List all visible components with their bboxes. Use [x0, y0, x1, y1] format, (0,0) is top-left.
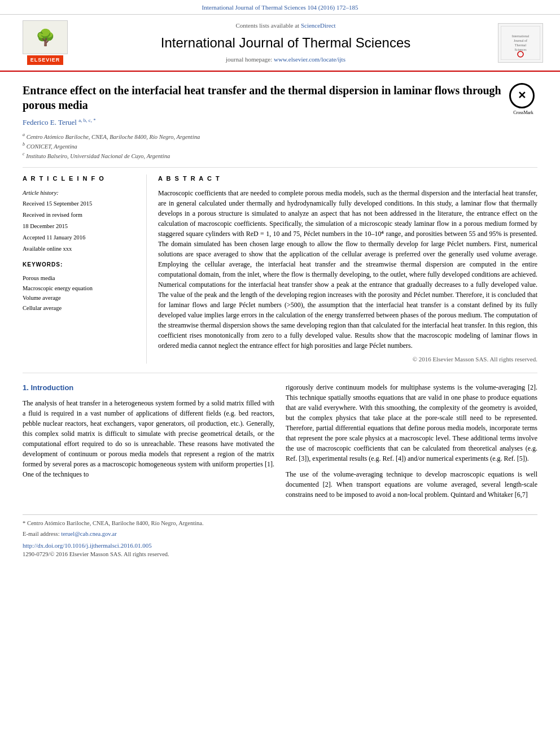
journal-reference-bar: International Journal of Thermal Science…	[0, 0, 560, 15]
intro-col2-p2: The use of the volume-averaging techniqu…	[286, 469, 537, 500]
email-link[interactable]: teruel@cab.cnea.gov.ar	[61, 531, 116, 537]
keyword-3: Cellular average	[23, 303, 137, 313]
article-info-abstract-section: A R T I C L E I N F O Article history: R…	[23, 174, 537, 373]
right-logo-box: International Journal of Thermal Science…	[498, 23, 543, 63]
keywords-section: Keywords: Porous media Macroscopic energ…	[23, 261, 137, 313]
article-authors: Federico E. Teruel a, b, c, *	[23, 117, 504, 128]
abstract-paragraph: Macroscopic coefficients that are needed…	[158, 188, 537, 351]
intro-col2-p1: rigorously derive continuum models for m…	[286, 382, 537, 464]
article-info-heading: A R T I C L E I N F O	[23, 174, 137, 183]
journal-reference: International Journal of Thermal Science…	[202, 4, 358, 11]
article-title-section: Entrance effect on the interfacial heat …	[23, 83, 537, 168]
body-column-left: 1. Introduction The analysis of heat tra…	[23, 382, 274, 505]
history-item-3: Accepted 11 January 2016	[23, 233, 137, 243]
keyword-1: Macroscopic energy equation	[23, 283, 137, 294]
author-name: Federico E. Teruel	[23, 118, 77, 126]
history-item-0: Received 15 September 2015	[23, 199, 137, 209]
history-heading: Article history:	[23, 188, 137, 198]
affiliation-b: b CONICET, Argentina	[23, 141, 504, 151]
svg-text:International: International	[512, 34, 530, 38]
history-item-2: 18 December 2015	[23, 221, 137, 231]
email-label: E-mail address:	[23, 531, 60, 537]
body-content: 1. Introduction The analysis of heat tra…	[23, 382, 537, 505]
affiliation-a: a Centro Atómico Bariloche, CNEA, Barilo…	[23, 132, 504, 141]
author-sup: a, b, c, *	[78, 117, 96, 123]
contents-line: Contents lists available at ScienceDirec…	[90, 21, 481, 30]
affiliation-c: c Instituto Balseiro, Universidad Nacion…	[23, 151, 504, 160]
intro-heading: 1. Introduction	[23, 382, 274, 394]
footnote-star-text: * Centro Atómico Bariloche, CNEA, Barilo…	[23, 519, 537, 528]
homepage-link[interactable]: www.elsevier.com/locate/ijts	[274, 56, 345, 63]
keyword-0: Porous media	[23, 273, 137, 283]
affiliations: a Centro Atómico Bariloche, CNEA, Barilo…	[23, 132, 504, 161]
issn-line: 1290-0729/© 2016 Elsevier Masson SAS. Al…	[23, 551, 537, 559]
abstract-heading: A B S T R A C T	[158, 174, 537, 183]
svg-rect-0	[501, 26, 540, 60]
elsevier-logo: 🌳 ELSEVIER	[23, 20, 68, 65]
elsevier-logo-area: 🌳 ELSEVIER	[11, 20, 79, 65]
elsevier-badge: ELSEVIER	[27, 55, 64, 65]
contents-text: Contents lists available at	[235, 22, 299, 29]
homepage-label: journal homepage:	[226, 56, 272, 63]
crossmark-label: CrossMark	[509, 110, 537, 116]
body-column-right: rigorously derive continuum models for m…	[286, 382, 537, 505]
sciencedirect-link[interactable]: ScienceDirect	[301, 22, 336, 29]
article-title: Entrance effect on the interfacial heat …	[23, 83, 504, 112]
svg-text:Sciences: Sciences	[515, 48, 527, 51]
journal-homepage: journal homepage: www.elsevier.com/locat…	[90, 55, 481, 64]
footnote-section: * Centro Atómico Bariloche, CNEA, Barilo…	[23, 514, 537, 558]
right-logo-svg: International Journal of Thermal Science…	[501, 26, 540, 60]
svg-text:Thermal: Thermal	[515, 43, 527, 47]
journal-title-area: Contents lists available at ScienceDirec…	[79, 21, 492, 64]
journal-main-title: International Journal of Thermal Science…	[90, 33, 481, 53]
footnote-email: E-mail address: teruel@cab.cnea.gov.ar	[23, 530, 537, 539]
svg-text:Journal of: Journal of	[514, 39, 527, 42]
keyword-2: Volume average	[23, 293, 137, 303]
article-info-column: A R T I C L E I N F O Article history: R…	[23, 174, 147, 364]
journal-header: 🌳 ELSEVIER Contents lists available at S…	[0, 15, 560, 72]
article-title-text: Entrance effect on the interfacial heat …	[23, 83, 504, 160]
history-item-1: Received in revised form	[23, 210, 137, 220]
elsevier-tree-icon: 🌳	[23, 20, 68, 54]
history-item-4: Available online xxx	[23, 244, 137, 254]
journal-logo-right: International Journal of Thermal Science…	[492, 23, 549, 63]
abstract-text: Macroscopic coefficients that are needed…	[158, 188, 537, 351]
doi-link[interactable]: http://dx.doi.org/10.1016/j.ijthermalsci…	[23, 542, 152, 549]
doi-line: http://dx.doi.org/10.1016/j.ijthermalsci…	[23, 541, 537, 550]
keywords-list: Porous media Macroscopic energy equation…	[23, 273, 137, 313]
article-history: Article history: Received 15 September 2…	[23, 188, 137, 254]
main-content: Entrance effect on the interfacial heat …	[0, 72, 560, 570]
copyright-line: © 2016 Elsevier Masson SAS. All rights r…	[158, 355, 537, 364]
crossmark-icon: ✕	[509, 83, 535, 108]
abstract-column: A B S T R A C T Macroscopic coefficients…	[158, 174, 537, 364]
crossmark-badge: ✕ CrossMark	[509, 83, 537, 116]
intro-col1-p1: The analysis of heat transfer in a heter…	[23, 398, 274, 479]
keywords-heading: Keywords:	[23, 261, 137, 269]
